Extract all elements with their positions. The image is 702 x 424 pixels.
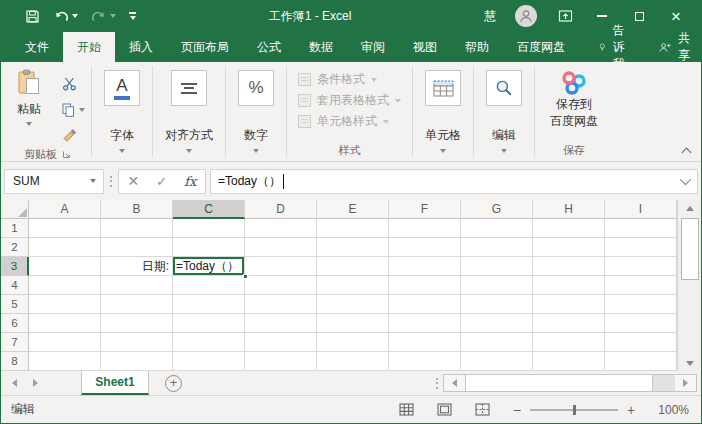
cell-H5[interactable]	[533, 295, 605, 314]
cell-B5[interactable]	[101, 295, 173, 314]
cell-D1[interactable]	[245, 219, 317, 238]
expand-formula-bar-icon[interactable]	[680, 174, 691, 185]
cell-A5[interactable]	[29, 295, 101, 314]
cell-F1[interactable]	[389, 219, 461, 238]
cell-I4[interactable]	[605, 276, 677, 295]
column-header-H[interactable]: H	[533, 200, 605, 219]
cell-D4[interactable]	[245, 276, 317, 295]
cell-A3[interactable]	[29, 257, 101, 276]
cell-C8[interactable]	[173, 352, 245, 371]
cell-F8[interactable]	[389, 352, 461, 371]
cell-E1[interactable]	[317, 219, 389, 238]
fill-handle[interactable]	[243, 274, 248, 279]
column-header-D[interactable]: D	[245, 200, 317, 219]
cell-B2[interactable]	[101, 238, 173, 257]
redo-button[interactable]	[91, 10, 116, 23]
cell-D5[interactable]	[245, 295, 317, 314]
cell-A4[interactable]	[29, 276, 101, 295]
cell-A1[interactable]	[29, 219, 101, 238]
column-header-B[interactable]: B	[101, 200, 173, 219]
column-header-A[interactable]: A	[29, 200, 101, 219]
share-button[interactable]: 共享	[643, 32, 702, 62]
cell-E4[interactable]	[317, 276, 389, 295]
cell-G8[interactable]	[461, 352, 533, 371]
cell-D6[interactable]	[245, 314, 317, 333]
ribbon-tab-2[interactable]: 插入	[115, 32, 167, 62]
ribbon-tab-5[interactable]: 数据	[295, 32, 347, 62]
zoom-in-icon[interactable]: +	[627, 402, 635, 418]
insert-function-icon[interactable]: fx	[184, 174, 196, 189]
user-name[interactable]: 慧	[484, 8, 496, 25]
cell-C1[interactable]	[173, 219, 245, 238]
undo-button[interactable]	[53, 10, 78, 23]
save-button[interactable]	[25, 9, 40, 24]
select-all-corner[interactable]	[1, 200, 29, 219]
cell-F4[interactable]	[389, 276, 461, 295]
scroll-up-button[interactable]	[686, 200, 694, 216]
sheetbar-splitter[interactable]	[430, 378, 443, 389]
column-header-I[interactable]: I	[605, 200, 677, 219]
alignment-group-button[interactable]: 对齐方式	[154, 62, 224, 161]
cell-G5[interactable]	[461, 295, 533, 314]
cell-H3[interactable]	[533, 257, 605, 276]
ribbon-tab-4[interactable]: 公式	[243, 32, 295, 62]
number-group-button[interactable]: % 数字	[227, 62, 285, 161]
scroll-left-button[interactable]	[444, 375, 465, 391]
cancel-icon[interactable]: ✕	[128, 174, 140, 188]
cell-A8[interactable]	[29, 352, 101, 371]
ribbon-tab-8[interactable]: 帮助	[451, 32, 503, 62]
cell-B1[interactable]	[101, 219, 173, 238]
ribbon-tab-9[interactable]: 百度网盘	[503, 32, 579, 62]
cell-A7[interactable]	[29, 333, 101, 352]
vertical-scroll-thumb[interactable]	[681, 218, 699, 280]
next-sheet-button[interactable]	[33, 379, 38, 387]
cell-I1[interactable]	[605, 219, 677, 238]
maximize-button[interactable]	[630, 7, 648, 25]
paste-button[interactable]: 粘贴	[5, 69, 53, 147]
cell-C3[interactable]: =Today（）	[173, 257, 245, 276]
zoom-slider-thumb[interactable]	[573, 405, 576, 415]
column-header-F[interactable]: F	[389, 200, 461, 219]
cell-A6[interactable]	[29, 314, 101, 333]
cell-G2[interactable]	[461, 238, 533, 257]
horizontal-scrollbar[interactable]	[443, 374, 697, 392]
row-header-5[interactable]: 5	[1, 295, 29, 314]
cell-F7[interactable]	[389, 333, 461, 352]
cell-G6[interactable]	[461, 314, 533, 333]
cell-I2[interactable]	[605, 238, 677, 257]
add-sheet-button[interactable]: +	[165, 375, 182, 392]
enter-icon[interactable]: ✓	[156, 175, 167, 188]
column-header-G[interactable]: G	[461, 200, 533, 219]
user-avatar[interactable]	[515, 5, 537, 27]
cell-I3[interactable]	[605, 257, 677, 276]
normal-view-icon[interactable]	[399, 403, 414, 416]
cell-H4[interactable]	[533, 276, 605, 295]
ribbon-tab-0[interactable]: 文件	[11, 32, 63, 62]
ribbon-tab-7[interactable]: 视图	[399, 32, 451, 62]
customize-qat-button[interactable]	[129, 12, 136, 20]
cell-B8[interactable]	[101, 352, 173, 371]
column-header-E[interactable]: E	[317, 200, 389, 219]
cell-E2[interactable]	[317, 238, 389, 257]
cell-F6[interactable]	[389, 314, 461, 333]
column-header-C[interactable]: C	[173, 200, 245, 219]
cut-button[interactable]	[57, 72, 90, 95]
scroll-right-button[interactable]	[675, 375, 696, 391]
cell-G4[interactable]	[461, 276, 533, 295]
cell-H1[interactable]	[533, 219, 605, 238]
cell-I8[interactable]	[605, 352, 677, 371]
save-to-baidu-button[interactable]: 保存到 百度网盘	[536, 62, 612, 131]
cell-F3[interactable]	[389, 257, 461, 276]
horizontal-scroll-track[interactable]	[653, 375, 675, 391]
vertical-scrollbar[interactable]	[677, 200, 701, 371]
copy-button[interactable]	[57, 98, 90, 121]
cell-D8[interactable]	[245, 352, 317, 371]
cell-H7[interactable]	[533, 333, 605, 352]
zoom-level[interactable]: 100%	[658, 403, 689, 417]
cell-F2[interactable]	[389, 238, 461, 257]
ribbon-tab-6[interactable]: 审阅	[347, 32, 399, 62]
editing-group-button[interactable]: 编辑	[475, 62, 533, 161]
cell-C6[interactable]	[173, 314, 245, 333]
cell-G3[interactable]	[461, 257, 533, 276]
zoom-slider[interactable]	[530, 409, 618, 411]
